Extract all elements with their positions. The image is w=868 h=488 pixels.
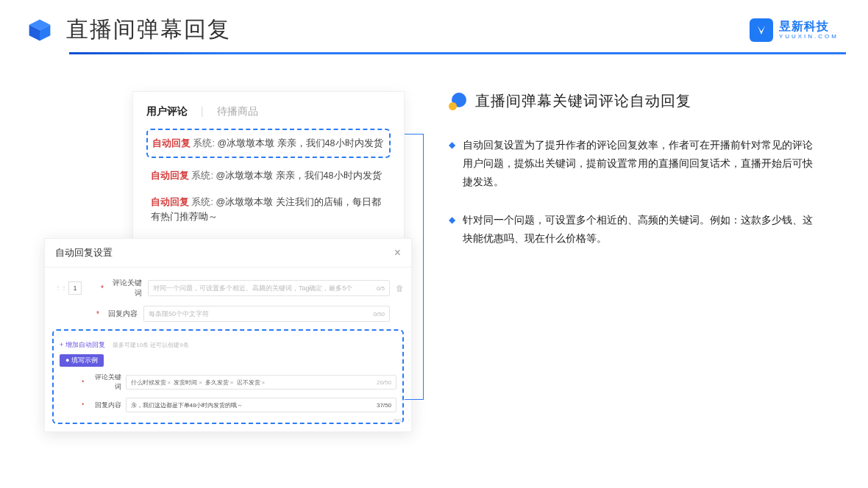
- screenshot-column: 用户评论 | 待播商品 自动回复 系统: @冰墩墩本墩 亲亲，我们48小时内发货…: [44, 84, 412, 429]
- cube-icon: [26, 17, 53, 43]
- settings-header: 自动回复设置 ×: [45, 239, 411, 268]
- tag: 多久发货: [205, 378, 234, 387]
- tag: 什么时候发货: [131, 378, 171, 387]
- settings-body: ⋮⋮ 1 * 评论关键词 对同一个问题，可设置多个相近、高频的关键词，Tag确定…: [45, 268, 411, 431]
- section-title: 直播间弹幕关键词评论自动回复: [475, 91, 691, 111]
- header-left: 直播间弹幕回复: [26, 15, 231, 45]
- brand-icon: [750, 18, 773, 42]
- example-keyword-row: * 评论关键词 什么时候发货 发货时间 多久发货 迟不发货 20/50: [60, 373, 396, 392]
- add-note: 最多可建10条 还可以创建9条: [113, 342, 189, 348]
- system-label: 系统:: [191, 197, 213, 207]
- highlighted-comment: 自动回复 系统: @冰墩墩本墩 亲亲，我们48小时内发货: [146, 129, 391, 158]
- tab-divider: |: [201, 105, 204, 118]
- example-badge: ● 填写示例: [60, 354, 104, 367]
- char-count: 0/50: [373, 311, 385, 317]
- panel-stack: 用户评论 | 待播商品 自动回复 系统: @冰墩墩本墩 亲亲，我们48小时内发货…: [44, 84, 412, 429]
- keyword-input[interactable]: 对同一个问题，可设置多个相近、高频的关键词，Tag确定，最多5个 0/5: [148, 280, 390, 296]
- reply-value: 亲，我们这边都是下单48小时内发货的哦～: [131, 401, 243, 409]
- comments-panel: 用户评论 | 待播商品 自动回复 系统: @冰墩墩本墩 亲亲，我们48小时内发货…: [132, 91, 405, 260]
- bubble-icon: [449, 93, 466, 110]
- page-title: 直播间弹幕回复: [66, 15, 231, 45]
- brand-text: 昱新科技 YUUXIN.COM: [779, 21, 839, 40]
- bullet-text: 针对同一个问题，可设置多个相近的、高频的关键词。例如：这款多少钱、这块能优惠吗、…: [463, 211, 817, 248]
- required-icon: *: [96, 310, 99, 318]
- section-heading: 直播间弹幕关键词评论自动回复: [449, 91, 839, 111]
- bullet-item: 针对同一个问题，可设置多个相近的、高频的关键词。例如：这款多少钱、这块能优惠吗、…: [449, 211, 817, 248]
- example-highlight: + 增加自动回复 最多可建10条 还可以创建9条 ● 填写示例 * 评论关键词 …: [52, 329, 404, 424]
- page-content: 用户评论 | 待播商品 自动回复 系统: @冰墩墩本墩 亲亲，我们48小时内发货…: [0, 54, 868, 429]
- example-keyword-input[interactable]: 什么时候发货 发货时间 多久发货 迟不发货 20/50: [126, 375, 396, 390]
- system-label: 系统:: [191, 171, 213, 181]
- settings-panel: 自动回复设置 × ⋮⋮ 1 * 评论关键词 对同一个问题，可设置多个相近、高频的…: [44, 238, 412, 432]
- bullet-item: 自动回复设置为了提升作者的评论回复效率，作者可在开播前针对常见的评论用户问题，提…: [449, 136, 817, 192]
- delete-icon[interactable]: 🗑: [396, 284, 404, 293]
- tab-pending-products[interactable]: 待播商品: [217, 105, 258, 118]
- placeholder: 每条限50个中文字符: [149, 309, 209, 319]
- comment-tabs: 用户评论 | 待播商品: [146, 105, 391, 118]
- char-count: 37/50: [377, 402, 391, 409]
- keyword-label: 评论关键词: [89, 373, 121, 392]
- required-icon: *: [82, 401, 85, 409]
- comment-text: @冰墩墩本墩 亲亲，我们48小时内发货: [216, 171, 381, 181]
- reply-label: 回复内容: [89, 401, 121, 410]
- brand-logo: 昱新科技 YUUXIN.COM: [750, 18, 839, 42]
- auto-reply-label: 自动回复: [151, 171, 189, 181]
- brand-sub: YUUXIN.COM: [779, 34, 839, 40]
- comment-item: 自动回复 系统: @冰墩墩本墩 亲亲，我们48小时内发货: [148, 130, 389, 157]
- placeholder: 对同一个问题，可设置多个相近、高频的关键词，Tag确定，最多5个: [153, 284, 353, 293]
- example-reply-input[interactable]: 亲，我们这边都是下单48小时内发货的哦～ 37/50: [126, 398, 396, 412]
- example-reply-row: * 回复内容 亲，我们这边都是下单48小时内发货的哦～ 37/50: [60, 398, 396, 412]
- tab-user-comments[interactable]: 用户评论: [146, 105, 188, 118]
- system-label: 系统:: [193, 138, 214, 148]
- char-count: 0/5: [377, 285, 385, 292]
- drag-handle-icon[interactable]: ⋮⋮: [55, 286, 63, 290]
- comment-item: 自动回复 系统: @冰墩墩本墩 亲亲，我们48小时内发货: [146, 162, 391, 189]
- keyword-label: 评论关键词: [110, 278, 142, 298]
- add-auto-reply-link[interactable]: + 增加自动回复: [60, 341, 105, 348]
- stray-count: /50: [393, 417, 401, 424]
- auto-reply-label: 自动回复: [152, 138, 191, 148]
- tag: 迟不发货: [237, 378, 266, 387]
- reply-label: 回复内容: [105, 309, 138, 319]
- description-column: 直播间弹幕关键词评论自动回复 自动回复设置为了提升作者的评论回复效率，作者可在开…: [449, 84, 839, 429]
- keyword-row: ⋮⋮ 1 * 评论关键词 对同一个问题，可设置多个相近、高频的关键词，Tag确定…: [52, 278, 404, 298]
- comment-item: 自动回复 系统: @冰墩墩本墩 关注我们的店铺，每日都有热门推荐呦～: [146, 189, 391, 230]
- reply-row: * 回复内容 每条限50个中文字符 0/50: [52, 306, 404, 322]
- close-icon[interactable]: ×: [394, 246, 401, 259]
- reply-input[interactable]: 每条限50个中文字符 0/50: [143, 306, 390, 322]
- tag: 发货时间: [174, 378, 202, 387]
- page-header: 直播间弹幕回复 昱新科技 YUUXIN.COM: [0, 0, 868, 52]
- brand-name: 昱新科技: [779, 21, 839, 32]
- settings-title: 自动回复设置: [55, 246, 113, 259]
- row-number: 1: [68, 281, 82, 295]
- char-count: 20/50: [377, 379, 391, 386]
- add-auto-reply-row: + 增加自动回复 最多可建10条 还可以创建9条: [60, 337, 396, 350]
- auto-reply-label: 自动回复: [151, 197, 189, 207]
- bullet-text: 自动回复设置为了提升作者的评论回复效率，作者可在开播前针对常见的评论用户问题，提…: [463, 136, 817, 192]
- required-icon: *: [82, 378, 85, 386]
- required-icon: *: [101, 284, 104, 293]
- comment-text: @冰墩墩本墩 亲亲，我们48小时内发货: [217, 138, 383, 148]
